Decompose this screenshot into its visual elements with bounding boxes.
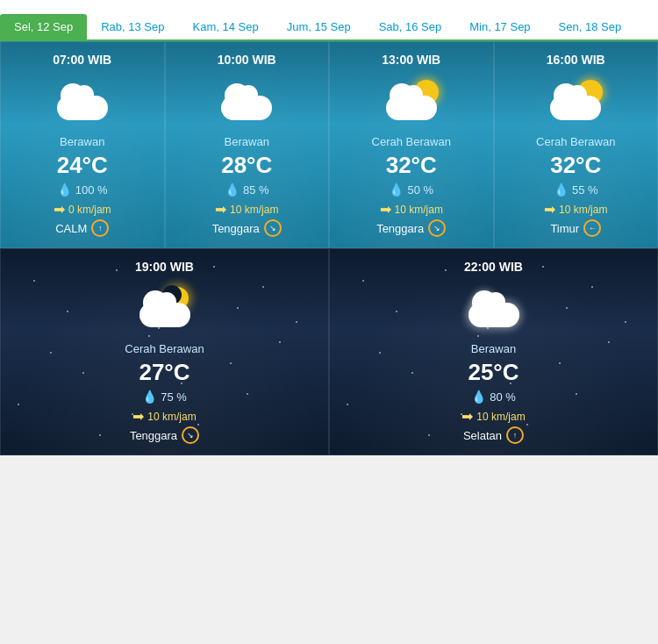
direction-label: CALM: [55, 222, 87, 235]
wind-arrow-icon: ➡: [461, 408, 473, 425]
direction-circle: ↑: [91, 219, 109, 237]
wind-arrow-icon: ➡: [544, 201, 555, 218]
temperature: 32°C: [337, 152, 486, 179]
weather-icon: [337, 75, 486, 128]
humidity-value: 100 %: [75, 183, 108, 197]
temperature: 27°C: [8, 359, 321, 386]
tab-sen[interactable]: Sen, 18 Sep: [545, 14, 636, 39]
weather-icon: [8, 283, 321, 335]
humidity: 💧 50 %: [337, 182, 486, 197]
humidity-value: 50 %: [407, 183, 433, 197]
weather-condition: Berawan: [173, 135, 322, 148]
weather-grid-top: 07:00 WIB Berawan 24°C 💧 100 % ➡ 0 k: [0, 41, 658, 248]
tab-bar: Sel, 12 SepRab, 13 SepKam, 14 SepJum, 15…: [0, 14, 658, 41]
direction-circle: ↘: [182, 426, 199, 444]
weather-condition: Cerah Berawan: [502, 135, 651, 148]
drop-icon: 💧: [142, 390, 157, 404]
tab-min[interactable]: Min, 17 Sep: [455, 14, 544, 39]
humidity: 💧 55 %: [502, 182, 651, 197]
wind-direction: Timur ←: [502, 219, 651, 237]
direction-arrow: ↘: [433, 224, 440, 233]
humidity: 💧 100 %: [8, 182, 157, 197]
direction-circle: ↘: [428, 219, 446, 237]
drop-icon: 💧: [389, 182, 404, 197]
wind-direction: Tenggara ↘: [173, 219, 322, 237]
wind-arrow-icon: ➡: [132, 408, 144, 425]
weather-condition: Berawan: [8, 135, 157, 148]
wind-arrow-icon: ➡: [215, 201, 226, 218]
direction-label: Tenggara: [212, 222, 260, 235]
weather-grid-bottom: 19:00 WIB Cerah Berawan 27°C 💧 75 %: [0, 248, 658, 455]
weather-icon: [502, 75, 651, 128]
weather-card: 07:00 WIB Berawan 24°C 💧 100 % ➡ 0 k: [0, 41, 165, 248]
forecast-time: 16:00 WIB: [502, 53, 651, 67]
direction-circle: ↑: [506, 426, 524, 444]
forecast-time: 07:00 WIB: [8, 53, 157, 67]
wind-arrow-icon: ➡: [380, 201, 391, 218]
drop-icon: 💧: [225, 182, 240, 197]
direction-label: Selatan: [463, 429, 502, 442]
tab-kam[interactable]: Kam, 14 Sep: [179, 14, 273, 39]
humidity-value: 75 %: [161, 390, 187, 404]
weather-condition: Cerah Berawan: [8, 342, 321, 355]
wind-speed: ➡ 10 km/jam: [337, 408, 650, 425]
wind-direction: Selatan ↑: [337, 426, 650, 444]
direction-arrow: ↑: [513, 431, 518, 440]
forecast-time: 22:00 WIB: [337, 260, 650, 274]
direction-arrow: ↑: [98, 224, 103, 233]
forecast-time: 13:00 WIB: [337, 53, 486, 67]
wind-value: 10 km/jam: [395, 204, 443, 216]
wind-value: 10 km/jam: [476, 411, 525, 423]
page-title: [0, 0, 658, 14]
humidity-value: 55 %: [572, 183, 598, 197]
weather-condition: Cerah Berawan: [337, 135, 486, 148]
tab-rab[interactable]: Rab, 13 Sep: [87, 14, 178, 39]
weather-card: 13:00 WIB Cerah Berawan 32°C 💧 50 %: [329, 41, 494, 248]
wind-value: 10 km/jam: [230, 204, 278, 216]
weather-card: 22:00 WIB Berawan 25°C 💧 80 % ➡ 10 k: [329, 248, 658, 455]
page-container: Sel, 12 SepRab, 13 SepKam, 14 SepJum, 15…: [0, 0, 658, 455]
wind-value: 0 km/jam: [68, 204, 111, 216]
wind-speed: ➡ 10 km/jam: [173, 201, 322, 218]
forecast-time: 19:00 WIB: [8, 260, 321, 274]
temperature: 28°C: [173, 152, 322, 179]
wind-speed: ➡ 10 km/jam: [8, 408, 321, 425]
wind-direction: Tenggara ↘: [8, 426, 321, 444]
temperature: 25°C: [337, 359, 650, 386]
weather-icon: [173, 75, 322, 128]
humidity-value: 80 %: [490, 390, 516, 404]
tab-jum[interactable]: Jum, 15 Sep: [273, 14, 365, 39]
weather-icon: [8, 75, 157, 128]
drop-icon: 💧: [471, 390, 486, 404]
drop-icon: 💧: [554, 182, 569, 197]
wind-arrow-icon: ➡: [54, 201, 65, 218]
wind-speed: ➡ 10 km/jam: [337, 201, 486, 218]
humidity: 💧 80 %: [337, 390, 650, 404]
humidity-value: 85 %: [243, 183, 269, 197]
temperature: 32°C: [502, 152, 651, 179]
direction-arrow: ↘: [187, 431, 194, 440]
direction-arrow: ←: [589, 224, 597, 233]
tab-sab[interactable]: Sab, 16 Sep: [365, 14, 456, 39]
temperature: 24°C: [8, 152, 157, 179]
humidity: 💧 75 %: [8, 390, 321, 404]
wind-direction: CALM ↑: [8, 219, 157, 237]
wind-value: 10 km/jam: [147, 411, 196, 423]
humidity: 💧 85 %: [173, 182, 322, 197]
direction-arrow: ↘: [269, 224, 276, 233]
weather-card: 16:00 WIB Cerah Berawan 32°C 💧 55 %: [494, 41, 659, 248]
direction-circle: ↘: [264, 219, 282, 237]
weather-condition: Berawan: [337, 342, 650, 355]
wind-value: 10 km/jam: [559, 204, 607, 216]
tab-sel[interactable]: Sel, 12 Sep: [0, 14, 87, 39]
weather-icon: [337, 283, 650, 335]
forecast-time: 10:00 WIB: [173, 53, 322, 67]
direction-label: Timur: [550, 222, 579, 235]
wind-direction: Tenggara ↘: [337, 219, 486, 237]
weather-card: 10:00 WIB Berawan 28°C 💧 85 % ➡ 10 k: [165, 41, 330, 248]
weather-card: 19:00 WIB Cerah Berawan 27°C 💧 75 %: [0, 248, 329, 455]
wind-speed: ➡ 10 km/jam: [502, 201, 651, 218]
direction-label: Tenggara: [376, 222, 424, 235]
drop-icon: 💧: [57, 182, 72, 197]
direction-label: Tenggara: [130, 429, 177, 442]
